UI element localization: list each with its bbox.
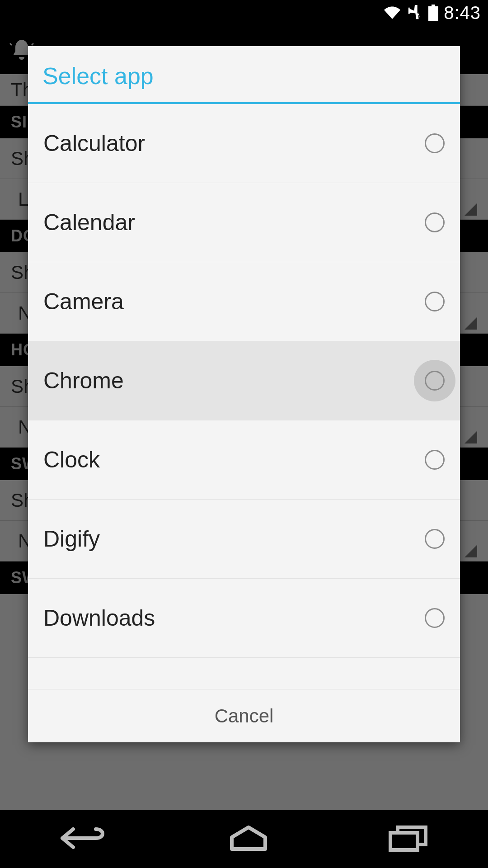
svg-rect-2: [390, 833, 418, 850]
dialog-title: Select app: [28, 46, 460, 102]
app-label: Calculator: [43, 130, 145, 156]
app-item-calendar[interactable]: Calendar: [28, 183, 460, 262]
app-item-camera[interactable]: Camera: [28, 262, 460, 341]
app-item-calculator[interactable]: Calculator: [28, 104, 460, 183]
radio-button[interactable]: [425, 212, 445, 232]
app-item-downloads[interactable]: Downloads: [28, 579, 460, 658]
back-button[interactable]: [60, 825, 109, 854]
home-button[interactable]: [228, 825, 269, 854]
app-item-clock[interactable]: Clock: [28, 420, 460, 500]
airplane-icon: [407, 5, 423, 21]
status-time: 8:43: [444, 3, 481, 23]
radio-button[interactable]: [425, 450, 445, 470]
app-label: Downloads: [43, 605, 155, 631]
app-item-digify[interactable]: Digify: [28, 500, 460, 579]
select-app-dialog: Select app Calculator Calendar Camera Ch…: [28, 46, 460, 742]
radio-button[interactable]: [425, 608, 445, 628]
app-item-chrome[interactable]: Chrome: [28, 341, 460, 420]
radio-button[interactable]: [425, 292, 445, 311]
battery-icon: [428, 5, 438, 21]
app-label: Calendar: [43, 209, 135, 236]
app-label: Camera: [43, 288, 124, 315]
navigation-bar: [0, 810, 488, 868]
app-list[interactable]: Calculator Calendar Camera Chrome Clock …: [28, 104, 460, 689]
app-label: Clock: [43, 447, 100, 473]
radio-button[interactable]: [425, 133, 445, 153]
cancel-button[interactable]: Cancel: [28, 689, 460, 742]
status-bar: 8:43: [0, 0, 488, 25]
app-label: Chrome: [43, 368, 124, 394]
svg-rect-1: [428, 6, 438, 21]
radio-button[interactable]: [425, 371, 445, 391]
radio-button[interactable]: [425, 529, 445, 549]
wifi-icon: [383, 5, 401, 20]
recents-button[interactable]: [388, 825, 428, 854]
app-label: Digify: [43, 526, 100, 552]
svg-rect-0: [432, 5, 435, 6]
